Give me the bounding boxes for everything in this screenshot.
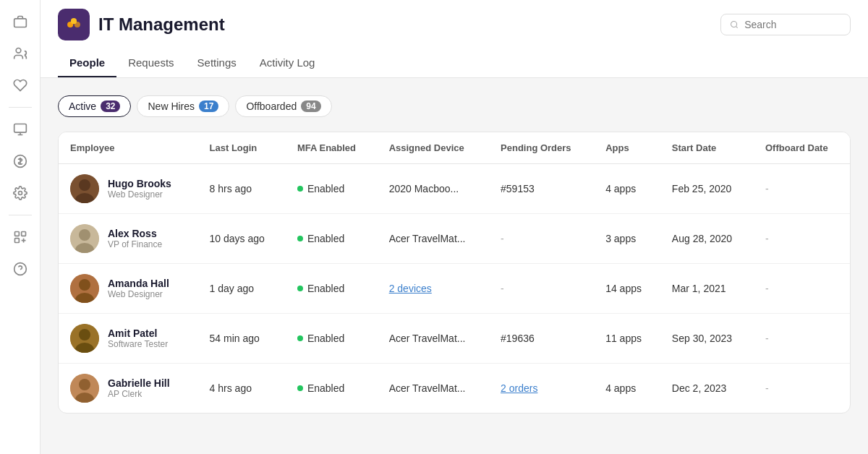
svg-point-17 xyxy=(79,229,90,241)
sidebar-divider-1 xyxy=(9,107,32,108)
table-header-row: Employee Last Login MFA Enabled Assigned… xyxy=(59,132,850,164)
filter-offboarded-label: Offboarded xyxy=(246,100,297,112)
employee-role: Web Designer xyxy=(108,189,171,200)
employee-cell-amit: Amit Patel Software Tester xyxy=(70,324,187,353)
mfa-dot xyxy=(297,236,303,241)
start-date: Sep 30, 2023 xyxy=(660,314,754,364)
header-top: IT Management xyxy=(58,9,851,40)
mfa-dot xyxy=(297,186,303,192)
employee-info-amanda: Amanda Hall Web Designer xyxy=(108,278,169,299)
col-apps: Apps xyxy=(594,132,660,164)
filter-tab-new-hires[interactable]: New Hires 17 xyxy=(137,95,229,117)
mfa-status: Enabled xyxy=(297,283,366,294)
pending-orders: #19636 xyxy=(489,314,594,364)
last-login: 4 hrs ago xyxy=(198,364,286,414)
apps-count: 14 apps xyxy=(594,264,660,314)
filter-new-hires-count: 17 xyxy=(199,100,218,112)
col-offboard-date: Offboard Date xyxy=(754,132,850,164)
tab-settings[interactable]: Settings xyxy=(186,49,248,77)
pending-orders: - xyxy=(489,214,594,264)
sidebar-icon-dollar[interactable] xyxy=(7,148,33,174)
pending-orders: - xyxy=(489,264,594,314)
last-login: 8 hrs ago xyxy=(198,164,286,214)
mfa-status: Enabled xyxy=(297,333,366,344)
search-icon xyxy=(730,20,739,30)
employee-info-alex: Alex Ross VP of Finance xyxy=(108,228,162,249)
mfa-status: Enabled xyxy=(297,183,366,194)
sidebar xyxy=(0,0,41,454)
brand-title: IT Management xyxy=(98,14,225,35)
col-pending-orders: Pending Orders xyxy=(489,132,594,164)
employee-name: Amanda Hall xyxy=(108,278,169,289)
orders-link-gabrielle[interactable]: 2 orders xyxy=(501,382,537,394)
mfa-label: Enabled xyxy=(307,333,344,344)
table-row: Amanda Hall Web Designer 1 day ago Enabl… xyxy=(59,264,850,314)
assigned-device: Acer TravelMat... xyxy=(378,314,489,364)
sidebar-icon-add-apps[interactable] xyxy=(7,224,33,250)
col-mfa: MFA Enabled xyxy=(286,132,378,164)
employee-info-gabrielle: Gabrielle Hill AP Clerk xyxy=(108,377,170,399)
offboard-date: - xyxy=(754,164,850,214)
filter-active-label: Active xyxy=(69,100,96,112)
sidebar-divider-2 xyxy=(9,215,32,215)
device-link-amanda[interactable]: 2 devices xyxy=(389,283,432,294)
employee-name: Amit Patel xyxy=(108,327,168,339)
tab-people[interactable]: People xyxy=(58,49,116,77)
svg-rect-2 xyxy=(14,124,26,133)
sidebar-icon-people[interactable] xyxy=(7,40,33,67)
avatar-alex xyxy=(70,224,99,253)
sidebar-icon-monitor[interactable] xyxy=(7,116,33,142)
apps-count: 4 apps xyxy=(594,364,660,414)
svg-point-23 xyxy=(79,329,90,340)
header: IT Management People Requests Settings A… xyxy=(41,0,868,78)
filter-tab-active[interactable]: Active 32 xyxy=(58,95,131,117)
last-login: 1 day ago xyxy=(198,264,286,314)
sidebar-icon-question[interactable] xyxy=(7,256,33,282)
offboard-date: - xyxy=(754,314,850,364)
tab-activity-log[interactable]: Activity Log xyxy=(248,49,327,77)
main-content: IT Management People Requests Settings A… xyxy=(41,0,868,454)
svg-point-11 xyxy=(71,18,77,24)
employee-name: Hugo Brooks xyxy=(108,178,171,189)
sidebar-icon-briefcase[interactable] xyxy=(7,9,33,35)
table-row: Gabrielle Hill AP Clerk 4 hrs ago Enable… xyxy=(59,364,850,414)
sidebar-icon-gear[interactable] xyxy=(7,180,33,206)
search-bar[interactable] xyxy=(720,14,851,35)
assigned-device: Acer TravelMat... xyxy=(378,214,489,264)
start-date: Mar 1, 2021 xyxy=(660,264,754,314)
employee-cell-gabrielle: Gabrielle Hill AP Clerk xyxy=(70,374,187,403)
pending-orders: 2 orders xyxy=(489,364,594,414)
col-device: Assigned Device xyxy=(378,132,489,164)
mfa-label: Enabled xyxy=(307,283,344,294)
start-date: Feb 25, 2020 xyxy=(660,164,754,214)
sidebar-icon-heart[interactable] xyxy=(7,72,33,98)
assigned-device: Acer TravelMat... xyxy=(378,364,489,414)
mfa-dot xyxy=(297,385,303,391)
filter-offboarded-count: 94 xyxy=(301,100,320,112)
filter-tab-offboarded[interactable]: Offboarded 94 xyxy=(235,95,331,117)
employee-role: VP of Finance xyxy=(108,239,162,249)
people-table: Employee Last Login MFA Enabled Assigned… xyxy=(58,132,851,414)
mfa-status: Enabled xyxy=(297,382,366,394)
employee-info-amit: Amit Patel Software Tester xyxy=(108,327,168,349)
tab-requests[interactable]: Requests xyxy=(116,49,185,77)
filter-new-hires-label: New Hires xyxy=(148,100,195,112)
svg-rect-7 xyxy=(14,239,19,243)
employee-cell-amanda: Amanda Hall Web Designer xyxy=(70,274,187,303)
svg-point-12 xyxy=(731,21,737,27)
col-start-date: Start Date xyxy=(660,132,754,164)
offboard-date: - xyxy=(754,264,850,314)
col-employee: Employee xyxy=(59,132,198,164)
employee-role: Web Designer xyxy=(108,289,169,299)
svg-point-1 xyxy=(16,48,21,53)
header-brand: IT Management xyxy=(58,9,225,40)
search-input[interactable] xyxy=(744,19,841,30)
brand-logo xyxy=(58,9,90,40)
employee-name: Gabrielle Hill xyxy=(108,377,170,389)
svg-point-4 xyxy=(18,192,22,195)
svg-rect-0 xyxy=(14,19,26,27)
employee-role: AP Clerk xyxy=(108,389,170,399)
nav-tabs: People Requests Settings Activity Log xyxy=(58,49,851,77)
filter-active-count: 32 xyxy=(101,100,120,112)
table-row: Hugo Brooks Web Designer 8 hrs ago Enabl… xyxy=(59,164,850,214)
